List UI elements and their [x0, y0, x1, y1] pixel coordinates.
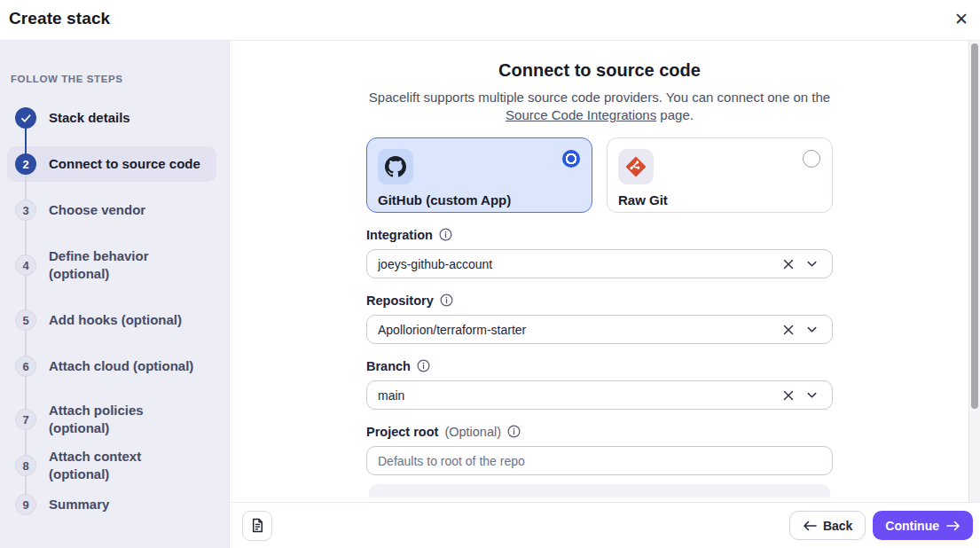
- step-number-circle: 6: [15, 356, 36, 377]
- sidebar-item-summary[interactable]: 9 Summary: [15, 494, 222, 515]
- project-root-field-group: Project root (Optional): [366, 424, 833, 475]
- sidebar-item-attach-context[interactable]: 8 Attach context (optional): [15, 448, 222, 483]
- step-number-circle: 9: [15, 494, 36, 515]
- info-icon[interactable]: [440, 294, 453, 307]
- step-label: Attach context (optional): [49, 448, 201, 483]
- continue-button[interactable]: Continue: [873, 511, 973, 540]
- clear-icon[interactable]: [777, 318, 800, 341]
- close-icon[interactable]: ✕: [952, 10, 971, 29]
- page-title: Connect to source code: [366, 60, 833, 81]
- source-code-integrations-link[interactable]: Source Code Integrations: [506, 107, 656, 122]
- info-icon[interactable]: [507, 425, 521, 438]
- branch-field-group: Branch: [366, 358, 833, 410]
- back-button[interactable]: Back: [789, 511, 866, 540]
- provider-card-raw-git[interactable]: Raw Git: [607, 137, 833, 213]
- provider-cards: GitHub (custom App): [366, 137, 833, 213]
- radio-unselected-icon[interactable]: [803, 150, 820, 168]
- sidebar-item-connect-source[interactable]: 2 Connect to source code: [15, 153, 222, 175]
- step-label: Summary: [49, 496, 109, 513]
- integration-field-group: Integration: [366, 227, 833, 278]
- provider-label: GitHub (custom App): [378, 192, 581, 207]
- sidebar-item-attach-cloud[interactable]: 6 Attach cloud (optional): [15, 356, 222, 377]
- branch-select[interactable]: [366, 380, 833, 410]
- provider-label: Raw Git: [618, 192, 821, 207]
- project-root-input[interactable]: [378, 454, 823, 468]
- scrollbar-thumb[interactable]: [971, 43, 978, 409]
- github-icon-tile: [378, 149, 413, 184]
- step-label: Add hooks (optional): [49, 311, 182, 329]
- sidebar-item-attach-policies[interactable]: 7 Attach policies (optional): [15, 402, 222, 437]
- branch-input[interactable]: [378, 388, 777, 403]
- steps-sidebar: FOLLOW THE STEPS Stack details 2 Connect…: [0, 41, 230, 548]
- sidebar-item-define-behavior[interactable]: 4 Define behavior (optional): [15, 247, 222, 283]
- document-icon-button[interactable]: [242, 511, 272, 541]
- step-label: Attach cloud (optional): [49, 357, 193, 375]
- integration-select[interactable]: [366, 249, 833, 278]
- description-text-suffix: page.: [656, 107, 694, 122]
- dialog-title: Create stack: [9, 9, 110, 28]
- step-number-circle: 8: [15, 455, 36, 476]
- chevron-down-icon[interactable]: [800, 253, 823, 276]
- chevron-down-icon[interactable]: [800, 384, 823, 407]
- step-label: Connect to source code: [49, 155, 200, 173]
- arrow-right-icon: [946, 521, 960, 531]
- next-section-partial: [369, 484, 830, 497]
- repository-label: Repository: [366, 294, 434, 308]
- main-panel: Connect to source code Spacelift support…: [231, 41, 968, 502]
- project-root-label: Project root: [366, 425, 438, 439]
- step-number-circle: 5: [15, 309, 36, 331]
- integration-label: Integration: [366, 228, 433, 242]
- page-description: Spacelift supports multiple source code …: [366, 89, 833, 124]
- github-icon: [385, 156, 406, 177]
- radio-selected-icon[interactable]: [562, 150, 580, 168]
- repository-input[interactable]: [378, 323, 777, 337]
- step-label: Define behavior (optional): [49, 247, 201, 283]
- git-icon-tile: [618, 149, 654, 184]
- step-number-circle: 7: [15, 409, 36, 430]
- info-icon[interactable]: [439, 228, 452, 241]
- repository-select[interactable]: [366, 315, 833, 344]
- clear-icon[interactable]: [777, 253, 800, 276]
- steps-list: Stack details 2 Connect to source code 3…: [0, 41, 229, 548]
- step-number-circle: 3: [15, 200, 36, 221]
- step-label: Attach policies (optional): [49, 402, 201, 437]
- optional-tag: (Optional): [444, 425, 501, 439]
- clear-icon[interactable]: [777, 384, 800, 407]
- create-stack-dialog: Create stack ✕ FOLLOW THE STEPS Stack de…: [0, 0, 980, 548]
- description-text: Spacelift supports multiple source code …: [369, 90, 830, 105]
- integration-input[interactable]: [378, 257, 777, 271]
- project-root-box[interactable]: [366, 446, 833, 475]
- dialog-header: Create stack ✕: [0, 0, 980, 41]
- repository-field-group: Repository: [366, 293, 833, 344]
- sidebar-item-choose-vendor[interactable]: 3 Choose vendor: [15, 200, 222, 221]
- chevron-down-icon[interactable]: [800, 318, 823, 341]
- document-icon: [250, 518, 265, 533]
- sidebar-item-stack-details[interactable]: Stack details: [15, 107, 222, 129]
- check-icon: [20, 113, 32, 124]
- provider-card-github[interactable]: GitHub (custom App): [366, 137, 592, 213]
- scrollbar[interactable]: [968, 41, 980, 502]
- info-icon[interactable]: [417, 359, 430, 372]
- step-number-circle: 2: [15, 153, 36, 175]
- git-icon: [625, 156, 647, 177]
- sidebar-item-add-hooks[interactable]: 5 Add hooks (optional): [15, 309, 222, 331]
- step-label: Choose vendor: [49, 201, 145, 219]
- branch-label: Branch: [366, 359, 411, 373]
- step-check-circle: [15, 107, 36, 129]
- arrow-left-icon: [803, 521, 817, 531]
- dialog-footer: Back Continue: [231, 502, 980, 548]
- back-button-label: Back: [823, 519, 852, 533]
- continue-button-label: Continue: [885, 519, 939, 533]
- step-number-circle: 4: [15, 254, 36, 276]
- step-label: Stack details: [49, 109, 130, 127]
